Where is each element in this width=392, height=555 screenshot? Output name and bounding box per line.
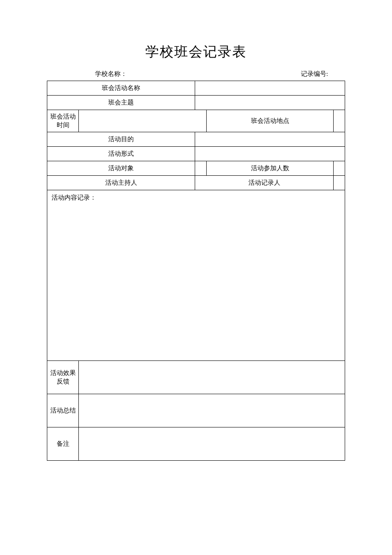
table-row: 活动总结	[47, 394, 345, 427]
location-label: 班会活动地点	[207, 110, 333, 132]
table-row: 班会活动时间 班会活动地点	[47, 110, 345, 132]
feedback-value	[79, 361, 345, 394]
table-row: 活动对象 活动参加人数	[47, 161, 345, 176]
table-row: 备注	[47, 427, 345, 461]
form-value	[195, 147, 345, 161]
feedback-label: 活动效果反馈	[47, 361, 79, 394]
purpose-value	[195, 132, 345, 147]
table-row: 活动主持人 活动记录人	[47, 176, 345, 190]
table-row: 活动内容记录：	[47, 190, 345, 361]
content-label: 活动内容记录：	[47, 190, 345, 361]
participants-value	[333, 161, 345, 176]
record-number-label: 记录编号:	[128, 70, 345, 78]
theme-value	[195, 96, 345, 110]
recorder-value	[333, 176, 345, 190]
table-row: 活动目的	[47, 132, 345, 147]
summary-value	[79, 394, 345, 427]
target-value	[195, 161, 207, 176]
time-value	[79, 110, 207, 132]
purpose-label: 活动目的	[47, 132, 195, 147]
record-table: 班会活动名称 班会主题 班会活动时间 班会活动地点 活动目的 活动形式 活动对象…	[47, 81, 345, 461]
participants-label: 活动参加人数	[207, 161, 333, 176]
time-label: 班会活动时间	[47, 110, 79, 132]
summary-label: 活动总结	[47, 394, 79, 427]
page-title: 学校班会记录表	[47, 43, 345, 61]
recorder-label: 活动记录人	[195, 176, 333, 190]
notes-label: 备注	[47, 427, 79, 461]
notes-value	[79, 427, 345, 461]
table-row: 班会活动名称	[47, 81, 345, 96]
location-value	[333, 110, 345, 132]
activity-name-label: 班会活动名称	[47, 81, 195, 96]
header-row: 学校名称： 记录编号:	[47, 70, 345, 80]
target-label: 活动对象	[47, 161, 195, 176]
table-row: 活动效果反馈	[47, 361, 345, 394]
school-name-label: 学校名称：	[47, 70, 128, 78]
activity-name-value	[195, 81, 345, 96]
table-row: 班会主题	[47, 96, 345, 110]
host-label: 活动主持人	[47, 176, 195, 190]
theme-label: 班会主题	[47, 96, 195, 110]
form-label: 活动形式	[47, 147, 195, 161]
table-row: 活动形式	[47, 147, 345, 161]
